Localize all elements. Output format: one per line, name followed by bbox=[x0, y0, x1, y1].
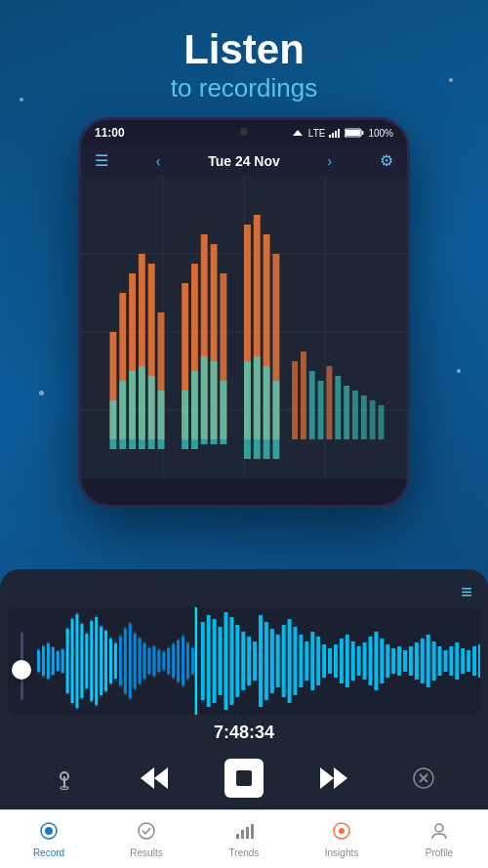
svg-marker-0 bbox=[293, 130, 303, 136]
svg-rect-166 bbox=[461, 648, 465, 674]
waveform-container bbox=[8, 607, 480, 715]
svg-rect-6 bbox=[362, 131, 364, 135]
svg-rect-142 bbox=[322, 644, 326, 678]
volume-slider[interactable] bbox=[16, 622, 27, 700]
svg-rect-145 bbox=[340, 639, 344, 683]
svg-point-182 bbox=[139, 823, 154, 839]
player-menu-icon[interactable]: ≡ bbox=[461, 581, 472, 603]
svg-rect-130 bbox=[253, 641, 257, 681]
svg-rect-133 bbox=[270, 629, 274, 693]
prev-icon[interactable]: ‹ bbox=[156, 153, 161, 169]
svg-rect-94 bbox=[66, 629, 69, 693]
svg-rect-41 bbox=[254, 356, 261, 459]
header-section: Listen to recordings bbox=[0, 0, 488, 115]
svg-rect-50 bbox=[344, 386, 349, 439]
nav-item-results[interactable]: Results bbox=[98, 821, 195, 858]
svg-rect-154 bbox=[391, 648, 395, 674]
svg-marker-175 bbox=[320, 767, 334, 789]
svg-rect-141 bbox=[316, 637, 320, 685]
bottom-nav: Record Results Trends I bbox=[0, 809, 488, 868]
nav-item-insights[interactable]: Insights bbox=[293, 821, 390, 858]
svg-rect-136 bbox=[288, 619, 292, 703]
svg-rect-120 bbox=[191, 648, 194, 674]
svg-rect-135 bbox=[282, 625, 286, 697]
svg-rect-49 bbox=[335, 376, 341, 439]
svg-rect-185 bbox=[246, 827, 249, 839]
svg-rect-97 bbox=[80, 624, 83, 698]
svg-rect-134 bbox=[276, 635, 280, 687]
svg-point-188 bbox=[339, 828, 345, 834]
stop-button[interactable] bbox=[223, 757, 265, 800]
svg-rect-121 bbox=[201, 622, 205, 700]
svg-rect-48 bbox=[326, 366, 332, 439]
svg-rect-43 bbox=[272, 381, 279, 459]
player-panel: ≡ bbox=[0, 569, 488, 809]
svg-rect-99 bbox=[90, 621, 93, 701]
phone-status-icons: LTE 100% bbox=[291, 128, 393, 139]
close-button[interactable] bbox=[402, 757, 445, 800]
nav-item-profile[interactable]: Profile bbox=[390, 821, 488, 858]
svg-rect-20 bbox=[109, 400, 116, 449]
trends-nav-label: Trends bbox=[229, 847, 260, 858]
record-nav-icon bbox=[39, 821, 59, 846]
svg-rect-3 bbox=[335, 131, 337, 138]
time-display: 7:48:34 bbox=[0, 715, 488, 749]
svg-rect-147 bbox=[351, 641, 355, 681]
svg-marker-176 bbox=[334, 767, 347, 789]
svg-rect-128 bbox=[241, 632, 245, 690]
svg-marker-173 bbox=[154, 767, 168, 789]
chart-area bbox=[81, 176, 407, 478]
svg-rect-158 bbox=[415, 642, 419, 680]
menu-icon[interactable]: ☰ bbox=[95, 151, 108, 170]
svg-rect-113 bbox=[157, 650, 160, 672]
svg-rect-89 bbox=[42, 646, 45, 676]
next-icon[interactable]: › bbox=[328, 153, 333, 169]
svg-rect-90 bbox=[47, 643, 50, 679]
svg-rect-114 bbox=[162, 652, 165, 670]
svg-rect-163 bbox=[443, 650, 447, 672]
svg-rect-161 bbox=[432, 641, 436, 681]
svg-rect-168 bbox=[472, 646, 476, 676]
svg-rect-108 bbox=[134, 634, 137, 688]
svg-rect-119 bbox=[186, 643, 189, 679]
svg-rect-123 bbox=[213, 619, 217, 703]
svg-rect-111 bbox=[148, 648, 151, 674]
rewind-button[interactable] bbox=[133, 757, 176, 800]
svg-rect-162 bbox=[438, 646, 442, 676]
nav-item-trends[interactable]: Trends bbox=[195, 821, 293, 858]
svg-rect-46 bbox=[309, 371, 315, 439]
svg-rect-143 bbox=[328, 648, 332, 674]
profile-nav-label: Profile bbox=[426, 847, 453, 858]
nav-date: Tue 24 Nov bbox=[208, 153, 280, 169]
volume-thumb[interactable] bbox=[12, 660, 31, 680]
forward-button[interactable] bbox=[312, 757, 355, 800]
svg-rect-112 bbox=[152, 646, 155, 676]
star-3 bbox=[39, 391, 44, 395]
settings-icon[interactable]: ⚙ bbox=[380, 151, 393, 170]
svg-rect-151 bbox=[374, 632, 378, 690]
svg-rect-32 bbox=[191, 371, 198, 449]
svg-rect-157 bbox=[409, 646, 413, 676]
svg-rect-35 bbox=[220, 381, 226, 444]
svg-rect-102 bbox=[104, 631, 107, 691]
waveform-svg bbox=[37, 607, 480, 715]
close-icon bbox=[413, 767, 434, 789]
svg-rect-127 bbox=[235, 625, 239, 697]
svg-rect-184 bbox=[241, 830, 244, 839]
svg-rect-101 bbox=[100, 627, 102, 695]
nav-item-record[interactable]: Record bbox=[0, 821, 98, 858]
svg-rect-31 bbox=[182, 391, 188, 449]
svg-rect-156 bbox=[403, 650, 407, 672]
volume-track bbox=[20, 632, 23, 700]
svg-rect-52 bbox=[361, 395, 367, 439]
svg-rect-107 bbox=[129, 624, 132, 698]
svg-rect-155 bbox=[397, 646, 401, 676]
svg-rect-118 bbox=[182, 637, 184, 685]
svg-rect-110 bbox=[143, 643, 146, 679]
forward-icon bbox=[320, 767, 347, 789]
location-button[interactable] bbox=[43, 757, 86, 800]
svg-rect-167 bbox=[467, 650, 470, 672]
svg-rect-92 bbox=[57, 651, 60, 671]
header-subtitle: to recordings bbox=[0, 72, 488, 105]
svg-rect-122 bbox=[207, 615, 211, 707]
